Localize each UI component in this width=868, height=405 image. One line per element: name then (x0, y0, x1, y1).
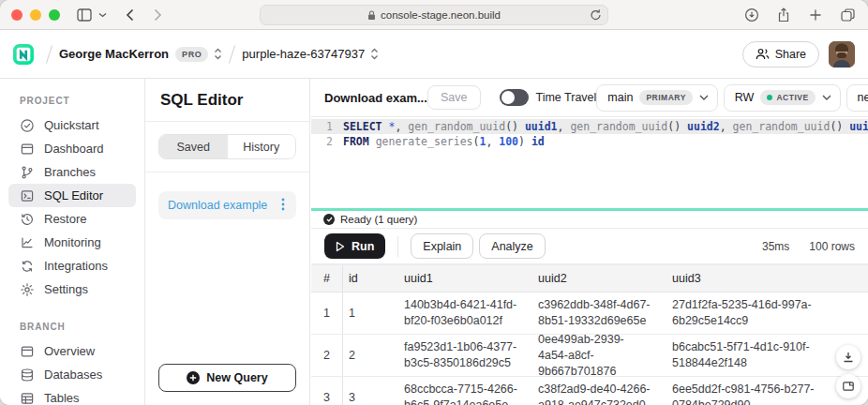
quickstart-icon (20, 118, 35, 133)
sidebar-item-tables[interactable]: Tables (8, 386, 136, 405)
new-query-label: New Query (206, 371, 267, 384)
forward-icon[interactable] (146, 4, 169, 26)
table-cell: 68ccbcca-7715-4266-b6c5-9f7a14ea6e5e (398, 382, 532, 405)
divider (397, 236, 398, 257)
compute-select[interactable]: RW ACTIVE (724, 84, 841, 112)
sql-editor-icon (20, 188, 35, 203)
analyze-button[interactable]: Analyze (479, 233, 545, 259)
neon-logo[interactable] (13, 44, 34, 65)
database-select[interactable]: neondb (846, 84, 868, 112)
status-dot (767, 95, 772, 100)
result-row-count: 100 rows (809, 240, 855, 253)
share-page-icon[interactable] (772, 4, 795, 26)
table-cell: c3962ddb-348f-4d67-8b51-19332d69e65e (532, 297, 666, 329)
chevron-down-icon (699, 95, 709, 100)
plus-circle-icon (187, 371, 200, 384)
table-cell: 0ee499ab-2939-4a54-a8cf-9b667b701876 (532, 332, 666, 380)
explain-button[interactable]: Explain (411, 233, 473, 259)
run-label: Run (352, 240, 374, 253)
avatar[interactable] (829, 41, 855, 68)
table-cell: 1 (343, 307, 398, 320)
sidebar-item-quickstart[interactable]: Quickstart (8, 113, 136, 137)
column-header-uuid3: uuid3 (666, 271, 868, 287)
sidebar-item-monitoring[interactable]: Monitoring (8, 231, 136, 254)
restore-icon (20, 212, 35, 227)
sidebar: PROJECTQuickstartDashboardBranchesSQL Ed… (0, 79, 145, 405)
sidebar-item-label: Databases (44, 368, 102, 382)
code-text: SELECT *, gen_random_uuid() uuid1, gen_r… (333, 119, 868, 134)
sidebar-item-databases[interactable]: Databases (8, 363, 136, 386)
integrations-icon (20, 259, 35, 274)
address-bar[interactable]: console-stage.neon.build (260, 5, 608, 25)
expand-icon (842, 380, 855, 393)
primary-badge: PRIMARY (639, 90, 692, 105)
table-row[interactable]: 22fa9523d1-1b06-4377-b3c5-8350186d29c50e… (311, 335, 868, 377)
divider (145, 121, 309, 122)
sql-code-editor[interactable]: 1SELECT *, gen_random_uuid() uuid1, gen_… (311, 117, 868, 208)
sidebar-section-label: BRANCH (0, 322, 144, 339)
sidebar-item-branches[interactable]: Branches (8, 160, 136, 184)
code-line[interactable]: 1SELECT *, gen_random_uuid() uuid1, gen_… (311, 119, 868, 134)
project-name[interactable]: purple-haze-63747937 (242, 47, 365, 61)
code-line[interactable]: 2FROM generate_series(1, 100) id (311, 134, 868, 149)
results-table: #iduuid1uuid2uuid311140b3b4d-6421-41fd-b… (311, 264, 868, 405)
tab-history[interactable]: History (228, 135, 296, 158)
browser-window: console-stage.neon.build (0, 0, 868, 405)
save-button[interactable]: Save (427, 85, 481, 110)
compute-name: RW (735, 91, 755, 104)
downloads-icon[interactable] (741, 4, 763, 26)
plan-badge: PRO (175, 47, 208, 62)
kebab-menu-icon[interactable] (279, 198, 287, 213)
table-row[interactable]: 11140b3b4d-6421-41fd-bf20-f03e6b0a012fc3… (311, 292, 868, 335)
reload-icon[interactable] (590, 8, 602, 23)
sidebar-item-settings[interactable]: Settings (8, 278, 136, 301)
zoom-window-button[interactable] (49, 9, 60, 21)
column-header-id: id (343, 272, 398, 285)
sidebar-item-restore[interactable]: Restore (8, 207, 136, 231)
tab-overview-icon[interactable] (836, 4, 859, 26)
new-tab-icon[interactable] (804, 4, 827, 26)
line-number: 2 (311, 134, 333, 149)
expand-results-button[interactable] (836, 374, 861, 398)
download-icon (842, 351, 855, 364)
saved-query-item[interactable]: Download example (158, 191, 296, 219)
table-cell: 3 (343, 391, 398, 404)
table-cell: 3 (311, 377, 343, 405)
chevron-down-icon[interactable] (96, 4, 109, 26)
sidebar-item-dashboard[interactable]: Dashboard (8, 137, 136, 160)
saved-queries-list: Download example (145, 172, 309, 238)
column-header-uuid1: uuid1 (398, 271, 532, 287)
column-header-uuid2: uuid2 (532, 271, 666, 287)
sidebar-toggle-icon[interactable] (73, 4, 96, 26)
sidebar-item-label: Restore (44, 212, 87, 226)
close-window-button[interactable] (11, 9, 22, 21)
table-cell: c38f2ad9-de40-4266-a918-ae947c732ed0 (532, 382, 666, 405)
saved-history-tabs: SavedHistory (158, 134, 296, 159)
new-query-button[interactable]: New Query (158, 364, 296, 392)
run-button[interactable]: Run (324, 233, 385, 259)
sidebar-item-label: Monitoring (44, 235, 101, 249)
sidebar-item-label: Branches (44, 165, 96, 179)
status-text: Ready (1 query) (340, 214, 417, 225)
time-travel-toggle[interactable] (500, 89, 529, 106)
sidebar-item-label: Quickstart (44, 118, 99, 132)
minimize-window-button[interactable] (30, 9, 41, 21)
tables-icon (20, 391, 35, 405)
download-results-button[interactable] (836, 345, 861, 369)
project-switcher-icon[interactable] (370, 48, 379, 60)
org-name[interactable]: George MacKerron (59, 47, 169, 61)
time-travel-label: Time Travel (536, 91, 597, 104)
sidebar-item-sql-editor[interactable]: SQL Editor (8, 184, 136, 207)
back-icon[interactable] (118, 4, 141, 26)
breadcrumb-divider (46, 45, 52, 63)
sidebar-item-overview[interactable]: Overview (8, 339, 136, 363)
org-switcher-icon[interactable] (214, 48, 222, 60)
tab-saved[interactable]: Saved (159, 135, 228, 158)
table-row[interactable]: 3368ccbcca-7715-4266-b6c5-9f7a14ea6e5ec3… (311, 377, 868, 405)
branch-select[interactable]: main PRIMARY (596, 84, 717, 112)
sidebar-item-label: Integrations (44, 259, 108, 273)
sidebar-item-integrations[interactable]: Integrations (8, 254, 136, 278)
sidebar-item-label: Overview (44, 344, 95, 358)
share-button[interactable]: Share (742, 41, 819, 68)
table-cell: 2 (311, 335, 343, 376)
